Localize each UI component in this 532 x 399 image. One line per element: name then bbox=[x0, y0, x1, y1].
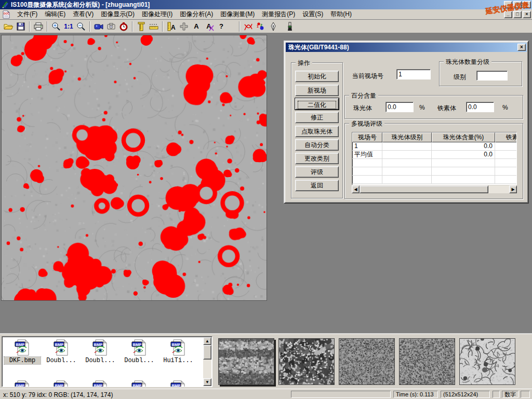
multi-field-group-label: 多视场评级 bbox=[349, 119, 384, 128]
caliper-button[interactable] bbox=[135, 20, 148, 33]
zoom-in-button[interactable] bbox=[50, 20, 62, 33]
thumbnail-image-1[interactable] bbox=[218, 338, 274, 385]
menu-item-edit[interactable]: 编辑(E) bbox=[41, 9, 69, 20]
header-pearlite-content[interactable]: 珠光体含量(%) bbox=[432, 132, 495, 142]
file-item-partial[interactable]: BMP bbox=[92, 380, 109, 387]
file-item-partial[interactable]: BMP bbox=[14, 380, 31, 387]
file-item-partial[interactable]: BMP bbox=[131, 380, 148, 387]
text-effects-button[interactable]: A bbox=[203, 20, 215, 33]
menu-item-image-display[interactable]: 图像显示(D) bbox=[97, 9, 138, 20]
menu-item-file[interactable]: 文件(F) bbox=[14, 9, 41, 20]
menu-item-settings[interactable]: 设置(S) bbox=[299, 9, 327, 20]
rating-table: 视场号 珠光体级别 珠光体含量(%) 铁素体含量(%) 1 0.0 平均值 0.… bbox=[352, 132, 517, 185]
dialog-title-bar[interactable]: 珠光体(GB/T9441-88) bbox=[286, 43, 527, 52]
help-button[interactable]: ? bbox=[215, 20, 228, 33]
table-row[interactable]: 1 0.0 bbox=[352, 142, 517, 151]
scroll-left-icon[interactable]: ◀ bbox=[352, 185, 360, 193]
menu-item-measure-report[interactable]: 测量报告(P) bbox=[258, 9, 299, 20]
new-field-button[interactable]: 新视场 bbox=[295, 85, 339, 96]
ruler-button[interactable] bbox=[148, 20, 160, 33]
file-item[interactable]: BMPDoubl... bbox=[43, 339, 79, 364]
file-name[interactable]: HuiTi... bbox=[160, 357, 196, 364]
table-row bbox=[352, 159, 517, 167]
brush-button[interactable] bbox=[284, 20, 296, 33]
menu-item-image-processing[interactable]: 图像处理(I) bbox=[138, 9, 176, 20]
file-item[interactable]: BMPDoubl... bbox=[82, 339, 118, 364]
text-button[interactable]: A bbox=[190, 20, 203, 33]
file-item[interactable]: BMPDKF.bmp bbox=[4, 339, 41, 364]
table-row bbox=[352, 167, 517, 176]
menu-item-view[interactable]: 查看(V) bbox=[69, 9, 97, 20]
text-effects-x-icon bbox=[208, 24, 215, 32]
scrollbar-thumb[interactable] bbox=[203, 345, 211, 360]
measure-text-button[interactable]: A bbox=[165, 20, 178, 33]
grade-button[interactable]: 评级 bbox=[295, 166, 339, 178]
move-button[interactable] bbox=[178, 20, 190, 33]
move-cross-icon bbox=[179, 21, 189, 32]
table-row[interactable]: 平均值 0.0 bbox=[352, 151, 517, 159]
initialize-button[interactable]: 初始化 bbox=[295, 71, 339, 82]
printer-icon bbox=[33, 21, 44, 32]
save-button[interactable] bbox=[15, 20, 27, 33]
scroll-up-icon[interactable]: ▲ bbox=[203, 337, 211, 345]
svg-text:BMP: BMP bbox=[172, 383, 181, 388]
file-name[interactable]: Doubl... bbox=[82, 357, 118, 364]
svg-text:BMP: BMP bbox=[55, 383, 64, 388]
pick-pearlite-button[interactable]: 点取珠光体 bbox=[295, 126, 339, 137]
thumbnail-image-3[interactable] bbox=[339, 338, 395, 385]
scroll-right-icon[interactable]: ▶ bbox=[509, 185, 517, 193]
video-camera-icon bbox=[94, 21, 104, 32]
file-name[interactable]: Doubl... bbox=[121, 357, 157, 364]
auto-classify-button[interactable]: 自动分类 bbox=[295, 139, 339, 151]
file-item[interactable]: BMPHuiTi... bbox=[160, 339, 196, 364]
scrollbar-thumb[interactable] bbox=[360, 185, 488, 193]
pen-button[interactable] bbox=[267, 20, 280, 33]
micrograph-binarized-image[interactable] bbox=[1, 35, 267, 301]
dialog-close-icon[interactable]: × bbox=[517, 44, 526, 51]
current-field-input[interactable] bbox=[396, 69, 431, 79]
header-pearlite-level[interactable]: 珠光体级别 bbox=[382, 132, 432, 142]
file-browser-panel: BMPDKF.bmp BMPDoubl... BMPDoubl... BMPDo… bbox=[0, 333, 532, 389]
timer-button[interactable] bbox=[117, 20, 130, 33]
open-button[interactable] bbox=[2, 20, 15, 33]
mdi-close-button[interactable]: × bbox=[523, 11, 531, 18]
file-item-partial[interactable]: BMP bbox=[170, 380, 187, 387]
svg-text:BMP: BMP bbox=[94, 383, 103, 388]
pearlite-percent-input[interactable] bbox=[385, 102, 414, 112]
menu-item-image-measure[interactable]: 图像测量(M) bbox=[217, 9, 258, 20]
cell bbox=[382, 142, 432, 151]
document-icon[interactable]: DOC bbox=[2, 10, 10, 19]
change-class-button[interactable]: 更改类别 bbox=[295, 153, 339, 164]
scroll-down-icon[interactable]: ▼ bbox=[203, 378, 211, 386]
menu-item-image-analysis[interactable]: 图像分析(A) bbox=[176, 9, 217, 20]
vertical-caliper-icon bbox=[136, 21, 147, 32]
zoom-out-button[interactable] bbox=[75, 20, 87, 33]
file-name[interactable]: Doubl... bbox=[43, 357, 79, 364]
thumbnail-image-5[interactable] bbox=[459, 338, 515, 385]
cell bbox=[382, 151, 432, 159]
grading-group-label: 珠光体数量分级 bbox=[444, 58, 491, 66]
header-field-no[interactable]: 视场号 bbox=[352, 132, 382, 142]
spline-button[interactable] bbox=[242, 20, 255, 33]
file-item-partial[interactable]: BMP bbox=[53, 380, 70, 387]
header-ferrite-content[interactable]: 铁素体含量(%) bbox=[495, 132, 517, 142]
actual-size-button[interactable]: 1:1 bbox=[62, 20, 75, 33]
snapshot-button[interactable] bbox=[105, 20, 117, 33]
cell bbox=[495, 142, 517, 151]
file-name[interactable]: DKF.bmp bbox=[4, 357, 41, 364]
correct-button[interactable]: 修正 bbox=[295, 112, 339, 123]
thumbnail-image-2[interactable] bbox=[278, 338, 335, 385]
count-label-button[interactable]: 21 bbox=[255, 20, 267, 33]
level-input[interactable] bbox=[476, 71, 508, 81]
file-item[interactable]: BMPDoubl... bbox=[121, 339, 157, 364]
binarize-button[interactable]: 二值化 bbox=[295, 98, 339, 110]
menu-item-help[interactable]: 帮助(H) bbox=[327, 9, 355, 20]
status-panel-small bbox=[493, 391, 500, 398]
cell: 0.0 bbox=[432, 142, 495, 151]
thumbnail-image-4[interactable] bbox=[399, 338, 455, 385]
print-button[interactable] bbox=[32, 20, 45, 33]
bmp-file-icon: BMP bbox=[170, 380, 187, 387]
video-capture-button[interactable] bbox=[92, 20, 105, 33]
return-button[interactable]: 返回 bbox=[295, 180, 339, 191]
ferrite-percent-input[interactable] bbox=[466, 102, 494, 112]
